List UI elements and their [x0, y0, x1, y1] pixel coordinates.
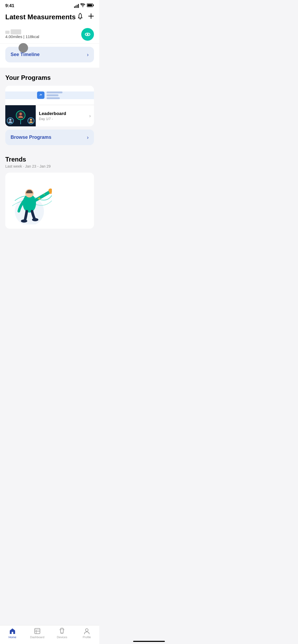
leaderboard-text: Leaderboard Day 1/7 - — [39, 111, 66, 121]
signal-icon — [74, 4, 79, 8]
lb-avatar-center — [16, 111, 25, 120]
programs-section-title: Your Programs — [5, 74, 94, 81]
leaderboard-thumbnail — [5, 105, 36, 126]
status-time: 9:41 — [5, 3, 14, 8]
lb-person-right — [28, 117, 34, 124]
scroll-content: 4.00miles | 118kcal See Timeline › Your … — [0, 25, 99, 257]
trends-card — [5, 173, 94, 229]
timeline-chevron-icon: › — [87, 52, 89, 58]
svg-point-7 — [87, 34, 88, 35]
svg-rect-5 — [5, 31, 10, 34]
svg-point-10 — [19, 113, 22, 115]
lb-avatar-left — [7, 117, 14, 124]
leaderboard-chevron-icon: › — [89, 113, 91, 119]
status-bar: 9:41 — [0, 0, 99, 11]
lb-connector — [20, 120, 21, 124]
header: Latest Measurements — [0, 11, 99, 25]
add-button[interactable] — [88, 13, 94, 21]
programs-card: Health Insights › — [5, 86, 94, 126]
leaderboard-name: Leaderboard — [39, 111, 66, 116]
timeline-container: See Timeline › — [0, 44, 99, 68]
programs-section: Your Programs — [0, 68, 99, 149]
health-insights-item[interactable]: Health Insights › — [5, 86, 94, 105]
trends-subtitle: Last week · Jan 23 - Jan 29 — [5, 164, 94, 168]
lb-avatar-right — [28, 117, 34, 124]
activity-icon — [81, 28, 94, 41]
svg-rect-2 — [87, 4, 92, 6]
drag-handle — [19, 43, 28, 53]
page-title: Latest Measurements — [5, 13, 76, 21]
browse-programs-button[interactable]: Browse Programs › — [5, 130, 94, 145]
lb-person-center — [16, 111, 25, 124]
leaderboard-info: Leaderboard Day 1/7 - › — [36, 107, 94, 125]
svg-rect-16 — [49, 192, 52, 194]
notification-bell-icon[interactable] — [77, 13, 83, 21]
leaderboard-subtitle: Day 1/7 - — [39, 117, 66, 121]
header-actions — [77, 13, 94, 21]
activity-card: 4.00miles | 118kcal — [0, 25, 99, 44]
activity-type — [5, 30, 39, 34]
svg-rect-1 — [93, 4, 94, 6]
svg-rect-8 — [39, 93, 43, 97]
leaderboard-item[interactable]: Leaderboard Day 1/7 - › — [5, 105, 94, 126]
trends-title: Trends — [5, 156, 94, 163]
svg-point-17 — [21, 219, 27, 223]
browse-btn-label: Browse Programs — [11, 135, 51, 140]
thumb-lines — [47, 91, 62, 99]
thumb-line-2 — [47, 94, 58, 96]
health-icon-box — [37, 91, 44, 99]
browse-chevron-icon: › — [87, 134, 89, 140]
wifi-icon — [80, 3, 85, 8]
status-icons — [74, 3, 94, 8]
activity-info: 4.00miles | 118kcal — [5, 30, 39, 39]
lb-person-left — [7, 117, 14, 124]
svg-point-9 — [9, 119, 11, 121]
trends-section: Trends Last week · Jan 23 - Jan 29 — [0, 149, 99, 233]
svg-point-18 — [32, 218, 38, 221]
thumb-line-1 — [47, 91, 62, 93]
svg-point-11 — [30, 119, 32, 121]
thumb-line-3 — [47, 97, 60, 99]
activity-details: 4.00miles | 118kcal — [5, 30, 39, 39]
timeline-btn-label: See Timeline — [11, 52, 40, 57]
battery-icon — [87, 3, 94, 8]
activity-stats: 4.00miles | 118kcal — [5, 34, 39, 39]
fitness-illustration — [10, 177, 52, 224]
see-timeline-button[interactable]: See Timeline › — [5, 47, 94, 62]
health-insights-thumbnail — [5, 91, 94, 99]
